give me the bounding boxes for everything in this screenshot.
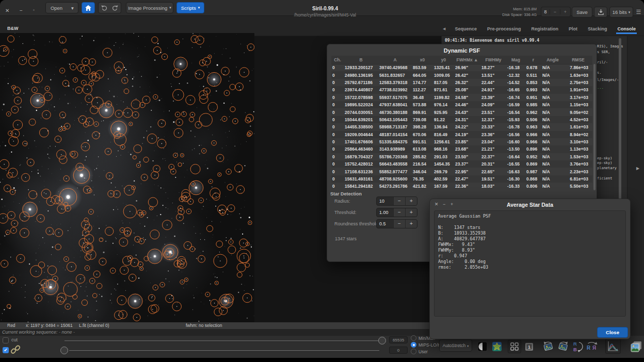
rotate-ccw-icon	[542, 340, 555, 353]
table-row[interactable]: 0 17108.631236 55852.977477 346.04 269.7…	[331, 168, 592, 175]
table-row[interactable]: 0 15841.294182 54273.291786 421.82 167.5…	[331, 183, 592, 190]
table-row[interactable]: 0 24980.136195 5631.832657 664.05 1009.0…	[331, 71, 592, 78]
tab-plot[interactable]: Plot	[568, 24, 578, 34]
threshold-minus-button[interactable]: −	[393, 208, 405, 217]
undo-button[interactable]	[98, 2, 110, 13]
threads-plus-button[interactable]: +	[560, 9, 570, 14]
tab-registration[interactable]: Registration	[530, 24, 559, 34]
hi-value-box[interactable]: 65535	[389, 336, 408, 343]
radius-plus-button[interactable]: +	[405, 197, 417, 205]
radius-minus-button[interactable]: −	[393, 197, 405, 205]
column-header[interactable]: Mag	[506, 57, 525, 62]
tabs-scroll-left-icon[interactable]: ◀	[443, 27, 445, 31]
window-close-icon[interactable]: ✕	[5, 8, 9, 13]
roundness-plus-button[interactable]: +	[405, 220, 417, 228]
column-header[interactable]: B	[344, 57, 378, 62]
threshold-spinbox[interactable]: 1.00 − +	[376, 208, 417, 217]
threads-stepper[interactable]: 8 − +	[541, 7, 571, 17]
expand-panel-icon[interactable]: ▶	[636, 166, 639, 171]
lo-slider-handle[interactable]	[60, 347, 68, 354]
open-button[interactable]: Open	[45, 2, 68, 13]
home-button[interactable]	[82, 2, 95, 13]
link-channels-icon[interactable]	[10, 344, 21, 357]
table-row[interactable]: 0 15722.078598 55937.517075 36.48 1199.8…	[331, 94, 592, 101]
table-row[interactable]: 0 19209.004644 48187.014154 670.06 816.4…	[331, 131, 592, 138]
window-maximize-icon[interactable]: ▫	[33, 8, 35, 12]
image-processing-button[interactable]: Image Processing ▾	[126, 2, 173, 13]
roundness-minus-button[interactable]: −	[393, 220, 405, 228]
threshold-plus-button[interactable]: +	[405, 208, 417, 217]
redo-button[interactable]	[109, 2, 121, 13]
cell-fwhmy: 21.21"	[480, 146, 506, 152]
histogram-button[interactable]	[605, 339, 621, 354]
column-header[interactable]: r	[525, 57, 541, 62]
column-header[interactable]: FWHMx ▲	[454, 57, 480, 62]
cell-angle: N/A	[541, 95, 564, 100]
psf-table-body: 0 12933.200127 39740.429568 853.59 1325.…	[331, 64, 592, 190]
table-row[interactable]: 0 15752.428012 56643.483558 216.54 1454.…	[331, 160, 592, 168]
menu-button[interactable]: ☰	[635, 7, 642, 18]
table-row[interactable]: 0 15631.493161 48708.925600 76.35 402.59…	[331, 175, 592, 183]
mirror-horizontal-button[interactable]: R Я	[585, 339, 599, 354]
rotate-cw-button[interactable]	[556, 339, 570, 354]
column-header[interactable]: y0	[433, 57, 454, 62]
image-list-button[interactable]	[629, 339, 643, 354]
tab-console[interactable]: Console	[616, 24, 637, 34]
single-view-button[interactable]: 1	[523, 340, 535, 353]
table-row[interactable]: 0 17401.676606 51335.684375 691.51 1256.…	[331, 138, 592, 145]
window-minimize-icon[interactable]: −	[20, 8, 23, 13]
column-header[interactable]: x0	[412, 57, 433, 62]
cell-r: 0.511	[525, 73, 541, 78]
grid-view-button[interactable]	[508, 340, 521, 353]
scripts-button[interactable]: Scripts ▾	[176, 2, 204, 13]
tab-sequence[interactable]: Sequence	[454, 24, 478, 34]
table-row[interactable]: 0 19895.522024 47937.638041 573.88 976.1…	[331, 101, 592, 108]
table-row[interactable]: 0 23974.440807 47738.023992 112.27 971.6…	[331, 86, 592, 93]
radius-spinbox[interactable]: 10 − +	[376, 196, 417, 206]
psf-table-scrollbar[interactable]	[593, 64, 595, 190]
cell-fwhmx: 22.36"	[454, 184, 480, 189]
cell-y0: 817.05	[433, 80, 454, 85]
lo-slider[interactable]	[69, 350, 379, 352]
save-as-button[interactable]	[594, 7, 607, 18]
table-row[interactable]: 0 15044.639201 50643.105443 739.08 91.22…	[331, 116, 592, 123]
rotate-ccw-button[interactable]	[542, 339, 555, 354]
roundness-spinbox[interactable]: 0.5 − +	[376, 219, 417, 228]
column-header[interactable]: FWHMy	[480, 57, 506, 62]
open-dropdown-button[interactable]: ▾	[67, 2, 78, 13]
close-button[interactable]: Close	[597, 327, 628, 338]
cell-x0: 36.48	[412, 95, 433, 100]
hi-slider[interactable]	[65, 340, 379, 342]
cell-channel: 0	[331, 95, 344, 100]
svg-text:R: R	[587, 345, 591, 351]
memory-info: Mem: 815.8M Disk Space: 336.4G	[485, 6, 537, 18]
threads-minus-button[interactable]: −	[550, 9, 560, 14]
table-row[interactable]: 0 25864.463460 3143.938989 613.08 968.16…	[331, 145, 592, 153]
column-header[interactable]: RMSE	[564, 57, 592, 62]
radio-mips-lohi[interactable]	[411, 342, 416, 348]
starfield-image[interactable]	[0, 33, 254, 322]
hi-slider-handle[interactable]	[378, 337, 386, 344]
linked-checkbox[interactable]: ✔	[3, 347, 9, 353]
tab-preprocessing[interactable]: Pre-processing	[486, 24, 522, 34]
bit-depth-dropdown[interactable]: 16 bits ▾	[609, 7, 633, 18]
radio-user[interactable]	[411, 349, 416, 354]
table-row[interactable]: 0 14455.338500 58988.713187 398.28 136.9…	[331, 123, 592, 130]
table-row[interactable]: 0 20744.030051 46730.380188 869.91 925.9…	[331, 108, 592, 116]
column-header[interactable]: Angle	[541, 57, 564, 62]
table-row[interactable]: 0 25792.671186 12583.379318 174.77 817.0…	[331, 79, 592, 86]
negative-view-button[interactable]	[476, 340, 489, 353]
column-header[interactable]: A	[378, 57, 412, 62]
table-row[interactable]: 0 12933.200127 39740.429568 853.59 1325.…	[331, 64, 592, 71]
flip-vertical-button[interactable]: R B	[571, 339, 584, 354]
table-row[interactable]: 0 16879.704327 55786.720368 285.82 291.0…	[331, 153, 592, 160]
cut-checkbox[interactable]	[3, 337, 9, 343]
lo-value-box[interactable]: 0	[389, 347, 408, 354]
column-header[interactable]: Ch.	[331, 57, 344, 62]
star-detection-button[interactable]	[491, 340, 503, 353]
tab-stacking[interactable]: Stacking	[587, 24, 608, 34]
cell-x0: 691.51	[412, 139, 433, 144]
save-button[interactable]: Save	[572, 7, 592, 18]
autostretch-dropdown[interactable]: AutoStretch ▾	[439, 339, 472, 352]
radio-minmax[interactable]	[411, 335, 416, 341]
